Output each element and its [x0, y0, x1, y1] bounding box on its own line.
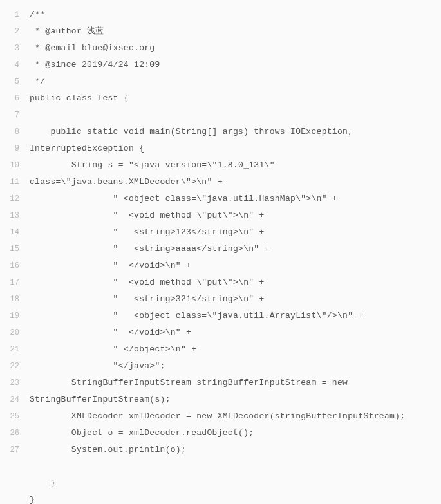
code-line: " <object class=\"java.util.ArrayList\"/… — [30, 308, 441, 324]
code-line: public static void main(String[] args) t… — [30, 124, 441, 140]
line-number: 15 — [0, 241, 19, 257]
code-line: " </object>\n" + — [30, 341, 441, 358]
code-line: */ — [30, 73, 441, 90]
line-number: 8 — [0, 124, 19, 140]
code-line: * @email blue@ixsec.org — [30, 40, 441, 57]
code-line: StringBufferInputStream stringBufferInpu… — [30, 375, 441, 391]
line-number: 9 — [0, 140, 19, 157]
line-number: 5 — [0, 73, 19, 90]
code-block: 1 2 3 4 5 6 7 8 9 10 11 12 13 14 15 16 1… — [0, 0, 441, 504]
code-line: System.out.println(o); — [30, 442, 441, 458]
line-number: 19 — [0, 308, 19, 324]
code-line: } — [30, 492, 441, 504]
line-number: 12 — [0, 191, 19, 207]
line-number: 2 — [0, 23, 19, 40]
line-number: 16 — [0, 257, 19, 274]
line-number: 24 — [0, 391, 19, 408]
line-number: 17 — [0, 274, 19, 291]
line-number: 14 — [0, 224, 19, 241]
code-line: /** — [30, 6, 441, 23]
code-line: Object o = xmlDecoder.readObject(); — [30, 425, 441, 442]
line-number: 26 — [0, 425, 19, 442]
code-line: " <object class=\"java.util.HashMap\">\n… — [30, 191, 441, 207]
code-line — [30, 107, 441, 124]
code-line: public class Test { — [30, 90, 441, 107]
code-line: InterruptedException { — [30, 140, 441, 157]
line-number: 4 — [0, 57, 19, 73]
code-line: XMLDecoder xmlDecoder = new XMLDecoder(s… — [30, 408, 441, 425]
line-number: 1 — [0, 6, 19, 23]
code-line: * @since 2019/4/24 12:09 — [30, 57, 441, 73]
code-line: " <void method=\"put\">\n" + — [30, 274, 441, 291]
line-number: 18 — [0, 291, 19, 308]
code-line: String s = "<java version=\"1.8.0_131\" — [30, 157, 441, 174]
line-number: 20 — [0, 324, 19, 341]
code-line: } — [30, 475, 441, 492]
code-line: "</java>"; — [30, 358, 441, 375]
line-number: 11 — [0, 174, 19, 191]
code-line: * @author 浅蓝 — [30, 23, 441, 40]
line-number: 13 — [0, 207, 19, 224]
code-content: /** * @author 浅蓝 * @email blue@ixsec.org… — [24, 0, 441, 504]
code-line: " </void>\n" + — [30, 257, 441, 274]
line-number: 25 — [0, 408, 19, 425]
line-number: 6 — [0, 90, 19, 107]
code-line: StringBufferInputStream(s); — [30, 391, 441, 408]
line-number: 7 — [0, 107, 19, 124]
line-number: 21 — [0, 341, 19, 358]
line-number: 23 — [0, 375, 19, 391]
code-line: " <void method=\"put\">\n" + — [30, 207, 441, 224]
code-line: " </void>\n" + — [30, 324, 441, 341]
code-line: " <string>123</string>\n" + — [30, 224, 441, 241]
line-number: 3 — [0, 40, 19, 57]
code-line: " <string>aaaa</string>\n" + — [30, 241, 441, 257]
code-line — [30, 458, 441, 475]
code-line: class=\"java.beans.XMLDecoder\">\n" + — [30, 174, 441, 191]
line-number: 22 — [0, 358, 19, 375]
code-line: " <string>321</string>\n" + — [30, 291, 441, 308]
line-number: 10 — [0, 157, 19, 174]
line-number: 27 — [0, 442, 19, 458]
line-numbers-gutter: 1 2 3 4 5 6 7 8 9 10 11 12 13 14 15 16 1… — [0, 0, 24, 504]
